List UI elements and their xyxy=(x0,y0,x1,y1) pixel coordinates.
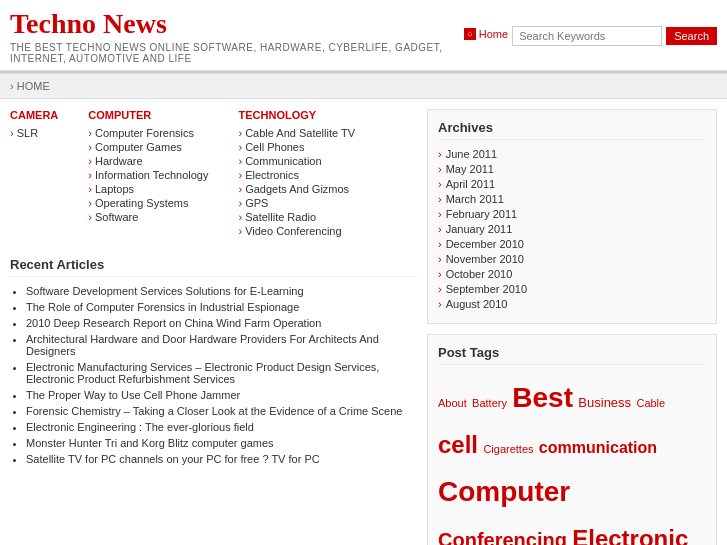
category-link[interactable]: Computer Forensics xyxy=(95,127,194,139)
archive-link[interactable]: September 2010 xyxy=(446,283,527,295)
list-item: April 2011 xyxy=(438,178,706,190)
header-left: Techno News THE BEST TECHNO NEWS ONLINE … xyxy=(10,8,464,64)
tag-link[interactable]: cell xyxy=(438,431,478,458)
content-area: CAMERASLRCOMPUTERComputer ForensicsCompu… xyxy=(10,109,417,545)
archive-link[interactable]: November 2010 xyxy=(446,253,524,265)
category-items: Computer ForensicsComputer GamesHardware… xyxy=(88,127,208,223)
article-link[interactable]: Electronic Manufacturing Services – Elec… xyxy=(26,361,379,385)
site-tagline: THE BEST TECHNO NEWS ONLINE SOFTWARE, HA… xyxy=(10,42,464,64)
breadcrumb-text: › HOME xyxy=(10,80,50,92)
archives-widget: Archives June 2011May 2011April 2011Marc… xyxy=(427,109,717,324)
tag-link[interactable]: Conferencing xyxy=(438,529,567,545)
article-link[interactable]: Satellite TV for PC channels on your PC … xyxy=(26,453,320,465)
list-item: Hardware xyxy=(88,155,208,167)
tags-title: Post Tags xyxy=(438,345,706,365)
list-item: Laptops xyxy=(88,183,208,195)
tag-cloud: About Battery Best Business Cable cell C… xyxy=(438,373,706,545)
category-link[interactable]: Hardware xyxy=(95,155,143,167)
article-link[interactable]: Electronic Engineering : The ever-glorio… xyxy=(26,421,254,433)
category-link[interactable]: GPS xyxy=(245,197,268,209)
list-item: August 2010 xyxy=(438,298,706,310)
category-link[interactable]: Information Technology xyxy=(95,169,209,181)
category-title: COMPUTER xyxy=(88,109,208,121)
article-link[interactable]: Architectural Hardware and Door Hardware… xyxy=(26,333,379,357)
search-button[interactable]: Search xyxy=(666,27,717,45)
archive-link[interactable]: December 2010 xyxy=(446,238,524,250)
category-link[interactable]: SLR xyxy=(17,127,38,139)
recent-articles-title: Recent Articles xyxy=(10,257,417,277)
category-link[interactable]: Operating Systems xyxy=(95,197,189,209)
list-item: GPS xyxy=(239,197,356,209)
tag-link[interactable]: Best xyxy=(512,382,573,413)
list-item: The Role of Computer Forensics in Indust… xyxy=(26,301,417,313)
category-link[interactable]: Laptops xyxy=(95,183,134,195)
category-link[interactable]: Electronics xyxy=(245,169,299,181)
category-items: Cable And Satellite TVCell PhonesCommuni… xyxy=(239,127,356,237)
archive-link[interactable]: May 2011 xyxy=(446,163,494,175)
list-item: October 2010 xyxy=(438,268,706,280)
list-item: Electronic Manufacturing Services – Elec… xyxy=(26,361,417,385)
article-link[interactable]: Software Development Services Solutions … xyxy=(26,285,304,297)
list-item: Computer Forensics xyxy=(88,127,208,139)
list-item: Forensic Chemistry – Taking a Closer Loo… xyxy=(26,405,417,417)
list-item: Satellite TV for PC channels on your PC … xyxy=(26,453,417,465)
tag-link[interactable]: Cigarettes xyxy=(483,443,533,455)
list-item: Communication xyxy=(239,155,356,167)
home-link-top[interactable]: ⌂ Home xyxy=(464,28,508,40)
list-item: Information Technology xyxy=(88,169,208,181)
list-item: Architectural Hardware and Door Hardware… xyxy=(26,333,417,357)
header-right: ⌂ Home Search xyxy=(464,26,717,46)
archive-link[interactable]: October 2010 xyxy=(446,268,513,280)
category-link[interactable]: Satellite Radio xyxy=(245,211,316,223)
article-link[interactable]: 2010 Deep Research Report on China Wind … xyxy=(26,317,321,329)
list-item: Cell Phones xyxy=(239,141,356,153)
tag-link[interactable]: About xyxy=(438,397,467,409)
list-item: Satellite Radio xyxy=(239,211,356,223)
category-items: SLR xyxy=(10,127,58,139)
article-link[interactable]: The Proper Way to Use Cell Phone Jammer xyxy=(26,389,240,401)
category-link[interactable]: Computer Games xyxy=(95,141,182,153)
list-item: Gadgets And Gizmos xyxy=(239,183,356,195)
archive-link[interactable]: March 2011 xyxy=(446,193,504,205)
archive-link[interactable]: August 2010 xyxy=(446,298,508,310)
category-link[interactable]: Communication xyxy=(245,155,321,167)
list-item: Electronic Engineering : The ever-glorio… xyxy=(26,421,417,433)
tag-link[interactable]: Business xyxy=(578,395,631,410)
list-item: The Proper Way to Use Cell Phone Jammer xyxy=(26,389,417,401)
site-title[interactable]: Techno News xyxy=(10,8,464,40)
article-link[interactable]: Monster Hunter Tri and Korg Blitz comput… xyxy=(26,437,274,449)
tag-link[interactable]: Cable xyxy=(636,397,665,409)
tag-link[interactable]: Battery xyxy=(472,397,507,409)
category-column: CAMERASLR xyxy=(10,109,58,239)
recent-articles-list: Software Development Services Solutions … xyxy=(10,285,417,465)
breadcrumb: › HOME xyxy=(0,73,727,99)
category-link[interactable]: Gadgets And Gizmos xyxy=(245,183,349,195)
category-title: CAMERA xyxy=(10,109,58,121)
category-link[interactable]: Software xyxy=(95,211,138,223)
list-item: Electronics xyxy=(239,169,356,181)
list-item: December 2010 xyxy=(438,238,706,250)
list-item: Software Development Services Solutions … xyxy=(26,285,417,297)
article-link[interactable]: Forensic Chemistry – Taking a Closer Loo… xyxy=(26,405,402,417)
archive-link[interactable]: January 2011 xyxy=(446,223,513,235)
archive-link[interactable]: April 2011 xyxy=(446,178,496,190)
category-link[interactable]: Video Conferencing xyxy=(245,225,341,237)
archives-title: Archives xyxy=(438,120,706,140)
archive-link[interactable]: February 2011 xyxy=(446,208,518,220)
category-link[interactable]: Cell Phones xyxy=(245,141,304,153)
list-item: Cable And Satellite TV xyxy=(239,127,356,139)
tag-link[interactable]: Computer xyxy=(438,476,570,507)
tag-link[interactable]: Electronic xyxy=(572,525,688,545)
archives-list: June 2011May 2011April 2011March 2011Feb… xyxy=(438,148,706,310)
article-link[interactable]: The Role of Computer Forensics in Indust… xyxy=(26,301,299,313)
archive-link[interactable]: June 2011 xyxy=(446,148,497,160)
list-item: May 2011 xyxy=(438,163,706,175)
list-item: SLR xyxy=(10,127,58,139)
list-item: February 2011 xyxy=(438,208,706,220)
category-column: COMPUTERComputer ForensicsComputer Games… xyxy=(88,109,208,239)
list-item: January 2011 xyxy=(438,223,706,235)
category-link[interactable]: Cable And Satellite TV xyxy=(245,127,355,139)
list-item: Software xyxy=(88,211,208,223)
tag-link[interactable]: communication xyxy=(539,439,657,456)
search-input[interactable] xyxy=(512,26,662,46)
